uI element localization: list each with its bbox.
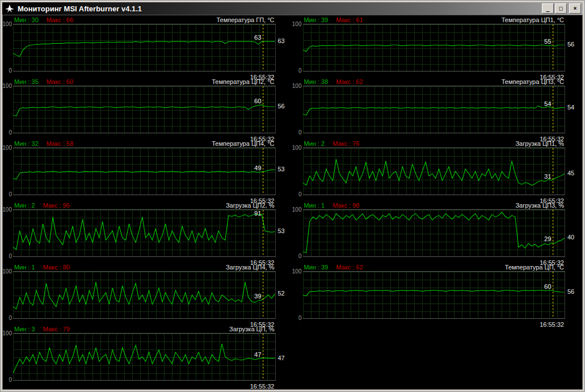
graph-plot[interactable]: 63 — [13, 24, 276, 71]
graph-title: Загрузка ЦП4, % — [70, 264, 275, 271]
min-value-label: Мин : 2 — [304, 140, 325, 147]
y-axis-top-label: 100 — [292, 145, 302, 151]
min-value-label: Мин : 1 — [14, 264, 35, 271]
graph-panel[interactable]: Мин : 39 Макс : 61 Температура ЦП1, °C 1… — [293, 16, 583, 78]
graph-panel[interactable]: Мин : 2 Макс : 76 Загрузка ЦП1, % 100 0 … — [293, 140, 583, 202]
current-value-label: 47 — [278, 355, 285, 361]
y-axis-top-label: 100 — [292, 207, 302, 213]
graph-panel[interactable]: Мин : 32 Макс : 58 Температура ЦП4, °C 1… — [3, 140, 293, 202]
graph-title: Температура ЦП2, °C — [73, 78, 274, 86]
graph-panel[interactable]: Мин : 3 Макс : 79 Загрузка ЦП, % 100 0 4… — [3, 326, 293, 387]
series-line — [303, 106, 565, 115]
current-value-label: 54 — [567, 104, 574, 111]
graph-plot[interactable]: 47 — [13, 333, 276, 381]
graph-title: Загрузка ЦП1, % — [359, 140, 564, 147]
series-line — [13, 344, 275, 373]
y-axis-bottom-label: 0 — [9, 254, 12, 259]
current-value-label: 45 — [567, 170, 574, 176]
graph-footer: 16:55:32 — [3, 319, 293, 326]
y-axis-bottom-label: 0 — [9, 315, 12, 321]
y-axis-top-label: 100 — [2, 145, 12, 151]
y-axis-top-label: 100 — [292, 83, 302, 89]
y-axis-top-label: 100 — [2, 22, 12, 27]
graph-panel[interactable]: Мин : 2 Макс : 95 Загрузка ЦП2, % 100 0 … — [3, 202, 293, 264]
graph-plot[interactable]: 60 — [13, 86, 276, 133]
graph-title: Загрузка ЦП3, % — [359, 202, 564, 209]
right-gutter: 40 — [565, 209, 582, 257]
y-axis: 100 0 — [3, 24, 13, 71]
series-line — [303, 45, 565, 51]
max-value-label: Макс : 66 — [47, 16, 73, 24]
series-line — [13, 170, 275, 179]
min-value-label: Мин : 3 — [14, 326, 35, 333]
graph-title: Температура ЦП1, °C — [363, 16, 564, 24]
graph-panel[interactable]: Мин : 39 Макс : 62 Температура ЦП, °C 10… — [293, 264, 583, 326]
y-axis: 100 0 — [293, 209, 303, 257]
graph-header: Мин : 39 Макс : 61 Температура ЦП1, °C — [293, 16, 583, 24]
graph-plot[interactable]: 39 — [13, 271, 276, 319]
current-value-label: 56 — [278, 103, 285, 109]
left-column: Мин : 30 Макс : 66 Температура ГП, °C 10… — [3, 15, 293, 389]
graph-footer: 16:55:32 — [293, 195, 583, 202]
graph-header: Мин : 1 Макс : 98 Загрузка ЦП3, % — [293, 202, 583, 209]
graph-plot[interactable]: 29 — [303, 209, 566, 257]
y-axis-top-label: 100 — [2, 331, 12, 336]
window-title: Мониторинг MSI Afterburner v4.1.1 — [18, 5, 541, 13]
y-axis-bottom-label: 0 — [9, 192, 12, 197]
min-value-label: Мин : 32 — [14, 140, 39, 147]
max-value-label: Макс : 79 — [43, 326, 70, 333]
graph-footer: 16:55:32 — [3, 71, 293, 78]
series-line — [13, 105, 275, 116]
y-axis: 100 0 — [3, 86, 13, 133]
graph-panel[interactable]: Мин : 35 Макс : 60 Температура ЦП2, °C 1… — [3, 78, 293, 140]
graph-footer: 16:55:32 — [293, 319, 583, 326]
graph-plot[interactable]: 91 — [13, 209, 276, 257]
app-window: Мониторинг MSI Afterburner v4.1.1 _ □ × … — [0, 0, 585, 392]
y-axis-bottom-label: 0 — [298, 315, 302, 321]
y-axis: 100 0 — [293, 147, 303, 195]
graph-header: Мин : 2 Макс : 76 Загрузка ЦП1, % — [293, 140, 583, 147]
max-value-label: Макс : 62 — [336, 264, 363, 271]
graph-footer: 16:55:32 — [293, 133, 583, 140]
graph-header: Мин : 39 Макс : 62 Температура ЦП, °C — [293, 264, 583, 271]
minimize-button[interactable]: _ — [542, 3, 554, 14]
titlebar[interactable]: Мониторинг MSI Afterburner v4.1.1 _ □ × — [2, 2, 583, 15]
series-line — [303, 212, 565, 252]
right-gutter: 45 — [565, 147, 582, 195]
graph-panel[interactable]: Мин : 1 Макс : 80 Загрузка ЦП4, % 100 0 … — [3, 264, 293, 326]
cursor-value-label: 29 — [544, 236, 551, 243]
graph-footer: 16:55:32 — [3, 195, 293, 202]
graph-footer: 16:55:32 — [3, 257, 293, 264]
right-column: Мин : 39 Макс : 61 Температура ЦП1, °C 1… — [293, 15, 583, 389]
graph-footer: 16:55:32 — [3, 381, 293, 387]
graph-plot[interactable]: 49 — [13, 147, 276, 195]
cursor-value-label: 47 — [254, 351, 262, 358]
close-button[interactable]: × — [569, 3, 581, 14]
graph-plot[interactable]: 31 — [303, 147, 566, 195]
y-axis: 100 0 — [3, 333, 13, 381]
right-gutter: 52 — [276, 271, 293, 319]
cursor-value-label: 31 — [544, 173, 551, 180]
graph-panel[interactable]: Мин : 38 Макс : 62 Температура ЦП3, °C 1… — [293, 78, 583, 140]
y-axis-top-label: 100 — [292, 22, 302, 27]
y-axis-top-label: 100 — [292, 269, 302, 275]
graph-title: Температура ЦП4, °C — [73, 140, 274, 147]
graph-panel[interactable]: Мин : 1 Макс : 98 Загрузка ЦП3, % 100 0 … — [293, 202, 583, 264]
series-line — [13, 282, 275, 309]
graph-panel[interactable]: Мин : 30 Макс : 66 Температура ГП, °C 10… — [3, 16, 293, 78]
graph-plot[interactable]: 55 — [303, 24, 566, 71]
graph-title: Температура ГП, °C — [73, 16, 274, 24]
right-gutter: 53 — [276, 209, 293, 257]
cursor-value-label: 60 — [544, 283, 551, 290]
cursor-value-label: 49 — [254, 165, 262, 171]
y-axis-bottom-label: 0 — [298, 130, 302, 136]
y-axis: 100 0 — [3, 147, 13, 195]
series-line — [13, 214, 275, 249]
graph-title: Температура ЦП3, °C — [363, 78, 564, 86]
graph-title: Загрузка ЦП, % — [70, 326, 275, 333]
graph-plot[interactable]: 54 — [303, 86, 566, 133]
graph-plot[interactable]: 60 — [303, 271, 566, 319]
y-axis-top-label: 100 — [2, 207, 12, 213]
current-value-label: 53 — [278, 228, 285, 234]
maximize-button[interactable]: □ — [555, 3, 567, 14]
